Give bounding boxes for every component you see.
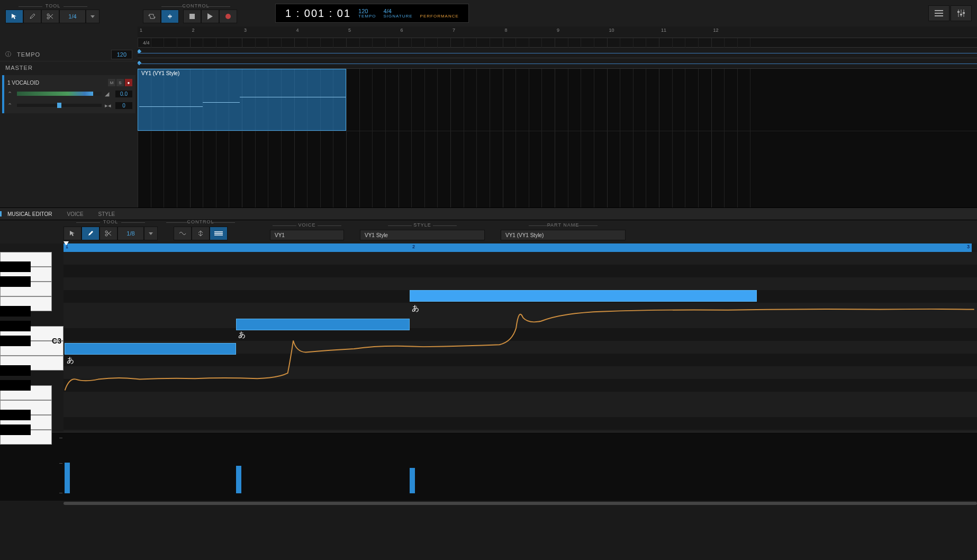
svg-point-7: [105, 231, 107, 233]
arrow-tool-button[interactable]: [5, 10, 23, 23]
transport-display: 1 : 001 : 01 120 TEMPO 4/4 SIGNATURE PER…: [275, 4, 469, 23]
clip-lane[interactable]: VY1 (VY1 Style): [138, 69, 977, 131]
svg-rect-6: [963, 12, 965, 14]
top-toolbar: TOOL 1/4 CONTROL 1 : 001 : 01 120 TEMPO …: [0, 0, 977, 26]
editor-toolbar: TOOL 1/8 CONTROL VOICE VY1 STYLE VY1 Sty…: [0, 220, 977, 243]
note-lyric: あ: [238, 330, 246, 340]
svg-point-0: [47, 14, 49, 16]
volume-icon: ◢: [105, 91, 112, 97]
tempo-value-field[interactable]: 120: [111, 50, 132, 59]
expand-volume-icon[interactable]: ⌃: [7, 91, 14, 97]
timesig-lane[interactable]: 4/4: [138, 38, 977, 48]
note[interactable]: [236, 319, 410, 330]
track-item[interactable]: 1 VOCALOID M S ● ⌃ ◢ 0.0 ⌃ ▸◂ 0: [2, 75, 135, 113]
volume-meter[interactable]: [17, 92, 102, 96]
snap-button[interactable]: [161, 10, 179, 23]
info-icon: ⓘ: [5, 50, 13, 58]
svg-rect-5: [960, 14, 962, 15]
editor-arrow-tool[interactable]: [64, 227, 82, 240]
pan-slider[interactable]: [17, 104, 102, 107]
svg-point-8: [105, 234, 107, 236]
voice-field[interactable]: VY1: [270, 230, 344, 240]
tempo-marker-icon[interactable]: [138, 49, 141, 53]
velocity-lane[interactable]: [64, 432, 977, 501]
note[interactable]: [410, 290, 757, 302]
piano-keyboard[interactable]: C3: [0, 252, 64, 432]
mixer-button[interactable]: [951, 5, 972, 21]
pencil-tool-button[interactable]: [23, 10, 41, 23]
expand-pan-icon[interactable]: ⌃: [7, 102, 14, 109]
velocity-bar[interactable]: [410, 468, 415, 493]
dynamics-tool[interactable]: [210, 227, 228, 240]
scissors-tool-button[interactable]: [41, 10, 59, 23]
editor-quantize-dropdown[interactable]: [144, 227, 158, 240]
note-lyric: あ: [412, 304, 419, 313]
playhead-icon[interactable]: [64, 241, 69, 246]
tempo-row[interactable]: ⓘ TEMPO 120: [0, 48, 138, 61]
tab-style[interactable]: STYLE: [91, 208, 123, 220]
track-name: 1 VOCALOID: [7, 80, 39, 86]
play-button[interactable]: [201, 10, 219, 23]
tab-musical-editor[interactable]: MUSICAL EDITOR: [0, 208, 59, 220]
svg-rect-4: [957, 11, 960, 13]
quantize-value-button[interactable]: 1/4: [59, 10, 86, 23]
audio-clip[interactable]: VY1 (VY1 Style): [138, 69, 346, 131]
master-marker-icon[interactable]: [138, 61, 141, 65]
tool-section-label: TOOL: [5, 3, 101, 10]
quantize-dropdown-button[interactable]: [86, 10, 99, 23]
track-list-panel: ⓘ TEMPO 120 MASTER 1 VOCALOID M S ● ⌃ ◢ …: [0, 26, 138, 207]
velocity-bar[interactable]: [65, 463, 70, 493]
editor-quantize-button[interactable]: 1/8: [117, 227, 144, 240]
horizontal-scrollbar[interactable]: [64, 501, 977, 506]
piano-roll: 123 C3 あ あ あ: [0, 243, 977, 432]
solo-button[interactable]: S: [116, 79, 124, 86]
pan-icon: ▸◂: [105, 102, 112, 109]
control-section-label: CONTROL: [143, 3, 249, 10]
note[interactable]: [65, 343, 236, 355]
pitch-tool[interactable]: [192, 227, 210, 240]
position-display[interactable]: 1 : 001 : 01: [285, 7, 351, 20]
tab-voice[interactable]: VOICE: [59, 208, 91, 220]
note-lyric: あ: [67, 356, 74, 365]
editor-pencil-tool[interactable]: [82, 227, 99, 240]
loop-button[interactable]: [143, 10, 161, 23]
signature-display[interactable]: 4/4 SIGNATURE: [384, 8, 413, 19]
note-grid[interactable]: あ あ あ: [64, 252, 977, 432]
svg-point-1: [47, 17, 49, 19]
performance-display[interactable]: PERFORMANCE: [420, 8, 459, 19]
editor-scissors-tool[interactable]: [99, 227, 117, 240]
record-button[interactable]: [219, 10, 237, 23]
master-row[interactable]: MASTER: [0, 61, 138, 74]
editor-tabs: MUSICAL EDITOR VOICE STYLE: [0, 207, 977, 220]
velocity-section: Velocity ⌄: [0, 432, 977, 501]
key-label-c3: C3: [52, 337, 61, 345]
tempo-display[interactable]: 120 TEMPO: [358, 8, 376, 19]
vibrato-tool[interactable]: [174, 227, 192, 240]
svg-rect-2: [189, 14, 195, 19]
master-lane[interactable]: [138, 58, 977, 69]
pan-value[interactable]: 0: [115, 102, 132, 109]
list-view-button[interactable]: [928, 5, 949, 21]
piano-roll-ruler[interactable]: 123: [64, 243, 972, 252]
stop-button[interactable]: [183, 10, 201, 23]
arrangement-view[interactable]: 123456789101112 4/4 VY1 (VY1 Style): [138, 26, 977, 207]
style-field[interactable]: VY1 Style: [360, 230, 485, 240]
velocity-bar[interactable]: [236, 466, 241, 493]
mute-button[interactable]: M: [108, 79, 115, 86]
partname-field[interactable]: VY1 (VY1 Style): [501, 230, 626, 240]
bar-ruler[interactable]: 123456789101112: [138, 26, 977, 38]
tempo-lane[interactable]: [138, 48, 977, 58]
volume-value[interactable]: 0.0: [115, 91, 132, 97]
track-record-button[interactable]: ●: [125, 79, 132, 86]
svg-point-3: [225, 14, 231, 19]
